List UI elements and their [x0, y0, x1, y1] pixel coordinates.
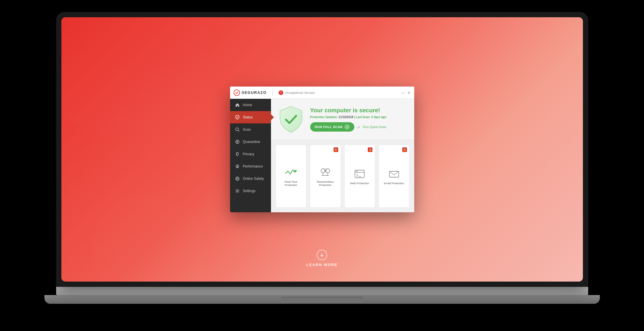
- email-icon: [388, 169, 400, 179]
- sidebar-label-online-safety: Online Safety: [243, 177, 264, 181]
- sidebar-item-home[interactable]: Home: [230, 99, 271, 111]
- fingerprint-icon: [235, 151, 240, 157]
- email-lock-badge: 🔒: [402, 147, 407, 152]
- protection-grid: Real-Time Protection 🔒: [271, 140, 414, 212]
- sidebar-item-quarantine[interactable]: Quarantine: [230, 136, 271, 148]
- run-full-scan-label: RUN FULL SCAN: [315, 125, 343, 129]
- last-scan-value: 3 days ago: [371, 115, 386, 119]
- update-info: Protection Updates: 11/15/2018 | Last Sc…: [310, 115, 407, 119]
- last-scan-label: Last Scan:: [356, 115, 371, 119]
- app-logo: SEGURAZO: [234, 89, 267, 96]
- sidebar-item-settings[interactable]: Settings: [230, 185, 271, 197]
- web-label: Web Protection: [350, 182, 369, 185]
- unregistered-badge: ! Unregistered Version: [279, 90, 315, 95]
- quarantine-icon: [235, 139, 240, 144]
- web-icon: [354, 169, 365, 179]
- app-logo-icon: [234, 89, 240, 96]
- svg-point-0: [234, 90, 240, 96]
- warning-icon: !: [279, 90, 283, 95]
- version-label: Unregistered Version: [285, 91, 315, 94]
- trackpad[interactable]: [281, 296, 363, 302]
- scan-actions: RUN FULL SCAN → or Run Quick Scan: [310, 122, 407, 132]
- sidebar-label-privacy: Privacy: [243, 152, 254, 156]
- learn-more-circle-icon: [317, 250, 327, 260]
- title-divider: [272, 90, 273, 96]
- svg-line-2: [238, 130, 239, 131]
- app-name: SEGURAZO: [242, 90, 267, 95]
- close-button[interactable]: ✕: [407, 91, 411, 94]
- svg-point-4: [237, 141, 238, 142]
- title-bar-left: SEGURAZO ! Unregistered Version: [234, 89, 315, 96]
- svg-point-27: [356, 171, 357, 172]
- shield-check-icon: [235, 115, 240, 120]
- sidebar-label-scan: Scan: [243, 127, 251, 132]
- or-text: or: [357, 125, 360, 129]
- title-bar-controls: — ✕: [401, 91, 411, 94]
- laptop-container: SEGURAZO ! Unregistered Version — ✕: [44, 12, 600, 319]
- svg-point-21: [325, 171, 326, 172]
- sidebar-label-settings: Settings: [243, 189, 255, 193]
- ransomware-protection-card[interactable]: 🔒: [310, 145, 341, 208]
- protection-updates-label: Protection Updates:: [310, 115, 339, 119]
- protection-date: 11/15/2018: [339, 115, 353, 119]
- learn-more-label: LEARN MORE: [306, 263, 338, 267]
- laptop-base: [56, 287, 588, 295]
- main-content: Your computer is secure! Protection Upda…: [271, 99, 414, 212]
- sidebar-label-performance: Performance: [243, 164, 263, 168]
- shield-icon: [279, 106, 303, 133]
- web-protection-card[interactable]: 🔒: [344, 145, 375, 208]
- ransomware-label: RansomWare Protection: [312, 180, 338, 187]
- rocket-icon: [235, 164, 240, 169]
- web-lock-badge: 🔒: [368, 147, 372, 152]
- realtime-label: Real-Time Protection: [278, 180, 304, 187]
- screen-bezel: SEGURAZO ! Unregistered Version — ✕: [56, 12, 588, 287]
- scan-arrow-icon: →: [344, 124, 350, 130]
- svg-point-13: [236, 190, 238, 192]
- sidebar-item-performance[interactable]: Performance: [230, 160, 271, 173]
- email-label: Email Protection: [384, 182, 404, 185]
- home-icon: [235, 102, 240, 108]
- status-banner: Your computer is secure! Protection Upda…: [271, 99, 414, 140]
- gear-icon: [235, 188, 240, 194]
- sidebar-label-quarantine: Quarantine: [243, 140, 260, 144]
- globe-icon: [235, 176, 240, 181]
- email-protection-card[interactable]: 🔒 Email Protection: [379, 145, 410, 208]
- sidebar-label-home: Home: [243, 103, 252, 107]
- quick-scan-link[interactable]: Run Quick Scan: [363, 125, 386, 129]
- ransomware-icon: [320, 167, 331, 178]
- run-full-scan-button[interactable]: RUN FULL SCAN →: [310, 122, 355, 132]
- minimize-button[interactable]: —: [401, 91, 405, 94]
- ransomware-lock-badge: 🔒: [334, 147, 338, 152]
- learn-more-section[interactable]: LEARN MORE: [306, 250, 338, 267]
- svg-point-28: [357, 171, 358, 172]
- secure-title: Your computer is secure!: [310, 107, 407, 114]
- scan-icon: [235, 127, 240, 132]
- sidebar-item-scan[interactable]: Scan: [230, 123, 271, 136]
- laptop-bottom: [44, 295, 600, 304]
- sidebar-item-status[interactable]: Status: [230, 111, 271, 123]
- app-window: SEGURAZO ! Unregistered Version — ✕: [230, 87, 414, 212]
- sidebar-label-status: Status: [243, 115, 253, 119]
- app-body: Home Status: [230, 99, 414, 212]
- realtime-protection-card[interactable]: Real-Time Protection: [276, 145, 307, 208]
- sidebar: Home Status: [230, 99, 271, 212]
- svg-point-9: [237, 166, 238, 167]
- realtime-icon: [285, 167, 297, 178]
- sidebar-item-privacy[interactable]: Privacy: [230, 148, 271, 160]
- shield-container: [278, 105, 304, 134]
- status-info: Your computer is secure! Protection Upda…: [310, 107, 407, 132]
- title-bar: SEGURAZO ! Unregistered Version — ✕: [230, 87, 414, 99]
- sidebar-item-online-safety[interactable]: Online Safety: [230, 173, 271, 185]
- screen: SEGURAZO ! Unregistered Version — ✕: [61, 17, 583, 282]
